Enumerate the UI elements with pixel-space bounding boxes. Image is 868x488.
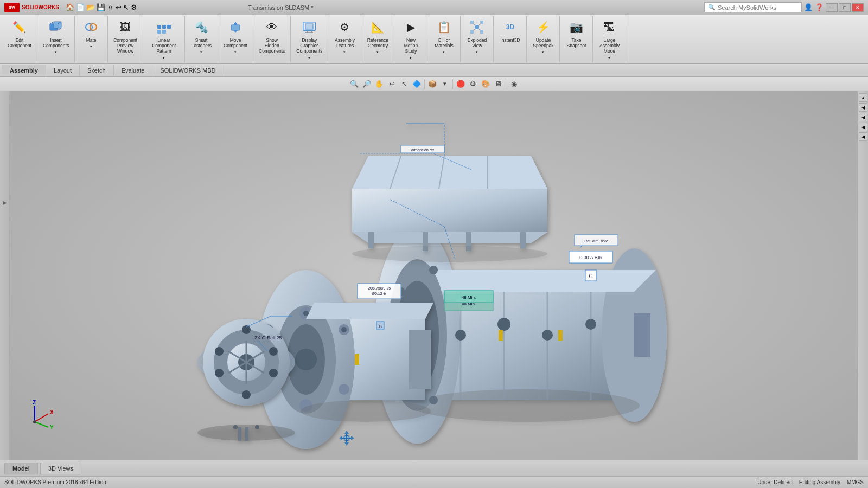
svg-rect-72 <box>409 330 431 389</box>
undo-icon[interactable]: ↩ <box>116 3 122 11</box>
svg-marker-16 <box>233 30 238 33</box>
mate-button[interactable]: Mate ▾ <box>77 16 105 51</box>
smart-fasteners-button[interactable]: 🔩 SmartFasteners ▾ <box>187 16 215 56</box>
take-snapshot-button[interactable]: 📷 TakeSnapshot <box>562 16 590 50</box>
svg-marker-37 <box>417 270 656 292</box>
update-speedpak-button[interactable]: ⚡ UpdateSpeedpak ▾ <box>529 16 557 56</box>
left-panel-toggle[interactable]: ▶ <box>3 200 7 206</box>
view-settings-button[interactable]: ⚙ <box>467 78 479 90</box>
canvas-area[interactable]: B 48 Min. 0.00 A B⊕ C Ø96.750/0.25 Ø0.12… <box>10 91 857 460</box>
linear-pattern-group: Linear ComponentPattern ▾ <box>143 16 185 62</box>
svg-rect-24 <box>470 21 474 24</box>
view-orient-button[interactable]: 📦 <box>426 78 438 90</box>
snapshot-icon: 📷 <box>567 18 585 36</box>
right-panel-btn-3[interactable]: ◀ <box>859 113 867 121</box>
svg-rect-13 <box>162 30 166 34</box>
svg-point-94 <box>269 347 278 356</box>
svg-point-96 <box>242 390 251 399</box>
btab-3dviews[interactable]: 3D Views <box>40 463 81 474</box>
svg-point-43 <box>429 266 438 274</box>
tab-solidworks-mbd[interactable]: SOLIDWORKS MBD <box>152 65 224 76</box>
svg-point-62 <box>295 349 317 370</box>
exploded-view-icon <box>468 18 486 36</box>
show-hidden-components-button[interactable]: 👁 ShowHiddenComponents <box>256 16 288 56</box>
tab-assembly[interactable]: Assembly <box>2 65 46 76</box>
svg-point-98 <box>215 347 224 356</box>
speedpak-icon: ⚡ <box>534 18 552 36</box>
vt-separator-1 <box>424 79 425 89</box>
btab-model[interactable]: Model <box>4 463 38 474</box>
home-icon[interactable]: 🏠 <box>66 3 74 11</box>
component-preview-button[interactable]: 🖼 ComponentPreviewWindow <box>110 16 141 56</box>
assembly-features-button[interactable]: ⚙ AssemblyFeatures ▾ <box>330 16 359 56</box>
svg-text:0.00  A B⊕: 0.00 A B⊕ <box>579 255 602 260</box>
right-panel-btn-2[interactable]: ◀ <box>859 103 867 112</box>
help-icon[interactable]: ❓ <box>815 3 824 11</box>
editing-status: Editing Assembly <box>799 479 840 485</box>
tab-evaluate[interactable]: Evaluate <box>114 65 153 76</box>
display-graphics-components-button[interactable]: DisplayGraphicsComponents ▾ <box>293 16 326 62</box>
view-display-button[interactable]: ▾ <box>439 78 451 90</box>
svg-text:B: B <box>379 324 382 329</box>
svg-text:2X  Ø Ball 25: 2X Ø Ball 25 <box>254 335 282 341</box>
smart-fasteners-icon: 🔩 <box>193 18 210 36</box>
svg-rect-82 <box>520 232 526 248</box>
linear-component-pattern-button[interactable]: Linear ComponentPattern ▾ <box>145 16 182 62</box>
mate-icon <box>82 18 100 36</box>
svg-point-93 <box>242 325 251 334</box>
save-icon[interactable]: 💾 <box>97 3 105 11</box>
svg-rect-14 <box>231 25 240 30</box>
zoom-to-fit-button[interactable]: 🔍 <box>348 78 360 90</box>
edit-component-group: ✏️ EditComponent <box>2 16 37 62</box>
instant3d-button[interactable]: 3D Instant3D <box>496 16 524 45</box>
tab-layout[interactable]: Layout <box>46 65 80 76</box>
minimize-button[interactable]: ─ <box>826 3 838 12</box>
section-view-button[interactable]: 🔴 <box>455 78 467 90</box>
realview-button[interactable]: ◉ <box>508 78 520 90</box>
open-icon[interactable]: 📂 <box>86 3 95 11</box>
appearance-button[interactable]: 🎨 <box>480 78 492 90</box>
svg-point-38 <box>412 389 640 422</box>
svg-point-109 <box>197 425 295 441</box>
svg-rect-22 <box>305 24 313 29</box>
motion-study-group: ▶ NewMotionStudy ▾ <box>394 16 427 62</box>
cursor-icon[interactable]: ↖ <box>123 3 129 11</box>
right-panel-btn-4[interactable]: ◀ <box>859 123 867 131</box>
new-motion-study-button[interactable]: ▶ NewMotionStudy ▾ <box>397 16 425 62</box>
rotate-button[interactable]: ↩ <box>386 78 398 90</box>
filter-button[interactable]: 🔷 <box>411 78 423 90</box>
svg-text:48 Min.: 48 Min. <box>462 295 476 300</box>
user-icon[interactable]: 👤 <box>804 3 813 11</box>
restore-button[interactable]: □ <box>839 3 851 12</box>
scene-button[interactable]: 🖥 <box>492 78 504 90</box>
reference-geometry-button[interactable]: 📐 ReferenceGeometry ▾ <box>363 16 392 56</box>
bill-of-materials-button[interactable]: 📋 Bill ofMaterials ▾ <box>430 16 458 56</box>
edit-component-items: ✏️ EditComponent <box>4 16 35 50</box>
edit-component-button[interactable]: ✏️ EditComponent <box>4 16 35 50</box>
main-toolbar: ✏️ EditComponent InsertComponents ▾ M <box>0 15 868 64</box>
right-panel-btn-5[interactable]: ◀ <box>859 132 867 141</box>
exploded-view-button[interactable]: ExplodedView ▾ <box>463 16 491 56</box>
select-button[interactable]: ↖ <box>398 78 410 90</box>
display-graphics-label: DisplayGraphicsComponents <box>296 37 322 54</box>
move-component-button[interactable]: MoveComponent ▾ <box>220 16 251 56</box>
options-icon[interactable]: ⚙ <box>131 3 137 11</box>
search-input[interactable] <box>718 4 794 11</box>
svg-point-97 <box>215 369 224 377</box>
svg-rect-71 <box>355 354 359 365</box>
right-panel-btn-1[interactable]: ▲ <box>859 93 867 102</box>
move-component-icon <box>227 18 244 36</box>
large-assembly-mode-button[interactable]: 🏗 LargeAssemblyMode ▾ <box>595 16 623 62</box>
component-preview-icon: 🖼 <box>117 18 134 36</box>
svg-rect-12 <box>157 30 161 34</box>
tab-sketch[interactable]: Sketch <box>80 65 114 76</box>
zoom-in-button[interactable]: 🔎 <box>361 78 373 90</box>
pan-button[interactable]: ✋ <box>373 78 385 90</box>
insert-components-button[interactable]: InsertComponents ▾ <box>40 16 72 56</box>
search-bar[interactable]: 🔍 <box>704 2 802 12</box>
reference-geometry-icon: 📐 <box>369 18 386 36</box>
print-icon[interactable]: 🖨 <box>107 3 114 11</box>
main-area: ▶ <box>0 91 868 460</box>
new-icon[interactable]: 📄 <box>76 3 85 11</box>
close-button[interactable]: ✕ <box>852 3 864 12</box>
